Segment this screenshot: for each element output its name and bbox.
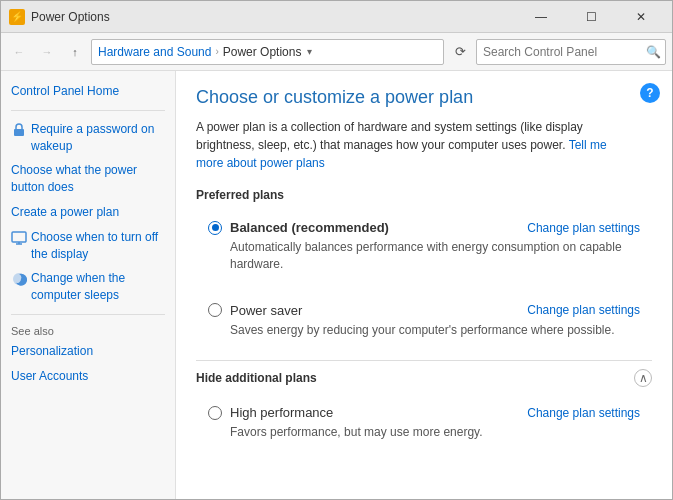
sidebar-control-panel-home[interactable]: Control Panel Home [11,83,165,100]
content-area: ? Choose or customize a power plan A pow… [176,71,672,499]
plan-high-performance-header: High performance Change plan settings [208,405,640,420]
titlebar: ⚡ Power Options — ☐ ✕ [1,1,672,33]
sidebar-links: Require a password on wakeup Choose what… [11,121,165,304]
forward-button[interactable]: → [35,40,59,64]
sidebar-sleep-icon [11,271,27,287]
preferred-label: Preferred plans [196,188,652,202]
collapse-icon: ∧ [634,369,652,387]
main-area: Control Panel Home Require a password on… [1,71,672,499]
hide-additional-plans-header[interactable]: Hide additional plans ∧ [196,369,652,387]
plan-balanced-settings-link[interactable]: Change plan settings [527,221,640,235]
window-title: Power Options [31,10,518,24]
maximize-button[interactable]: ☐ [568,1,614,33]
sidebar-see-also: See also Personalization User Accounts [11,325,165,385]
svg-rect-0 [14,129,24,136]
breadcrumb-separator: › [215,46,218,57]
sidebar-link-user-accounts[interactable]: User Accounts [11,368,165,385]
radio-dot [212,224,219,231]
plans-separator [196,360,652,361]
plan-balanced-radio[interactable] [208,221,222,235]
breadcrumb: Hardware and Sound › Power Options ▾ [91,39,444,65]
plan-power-saver-desc: Saves energy by reducing your computer's… [230,322,640,339]
help-button[interactable]: ? [640,83,660,103]
plan-high-performance-name: High performance [230,405,333,420]
plan-power-saver-settings-link[interactable]: Change plan settings [527,303,640,317]
up-button[interactable]: ↑ [63,40,87,64]
plan-power-saver-name: Power saver [230,303,302,318]
window: ⚡ Power Options — ☐ ✕ ← → ↑ Hardware and… [0,0,673,500]
svg-rect-1 [12,232,26,242]
window-icon: ⚡ [9,9,25,25]
sidebar-item-display: Choose when to turn off the display [11,229,165,263]
plan-balanced-desc: Automatically balances performance with … [230,239,640,273]
plan-power-saver: Power saver Change plan settings Saves e… [196,295,652,347]
plan-high-performance-radio[interactable] [208,406,222,420]
plan-balanced: Balanced (recommended) Change plan setti… [196,212,652,281]
sidebar-link-turn-off-display[interactable]: Choose when to turn off the display [31,229,165,263]
refresh-button[interactable]: ⟳ [448,40,472,64]
sidebar-link-create-plan[interactable]: Create a power plan [11,204,165,221]
hide-plans-label: Hide additional plans [196,371,317,385]
page-title: Choose or customize a power plan [196,87,652,108]
plan-balanced-label-row: Balanced (recommended) [208,220,389,235]
sidebar-item-password: Require a password on wakeup [11,121,165,155]
close-button[interactable]: ✕ [618,1,664,33]
plan-high-performance-desc: Favors performance, but may use more ene… [230,424,640,441]
intro-text: A power plan is a collection of hardware… [196,118,626,172]
sidebar-link-personalization[interactable]: Personalization [11,343,165,360]
sidebar-password-icon [11,122,27,138]
breadcrumb-dropdown[interactable]: ▾ [307,46,312,57]
plan-high-performance-label-row: High performance [208,405,333,420]
sidebar-home-section: Control Panel Home [11,83,165,100]
breadcrumb-current: Power Options [223,45,302,59]
search-input[interactable] [477,45,641,59]
sidebar-display-icon [11,230,27,246]
preferred-plans-section: Preferred plans Balanced (recommended) C… [196,188,652,346]
see-also-label: See also [11,325,165,337]
breadcrumb-hardware-sound[interactable]: Hardware and Sound [98,45,211,59]
plan-power-saver-label-row: Power saver [208,303,302,318]
sidebar-item-sleep: Change when the computer sleeps [11,270,165,304]
plan-balanced-name: Balanced (recommended) [230,220,389,235]
plan-high-performance-settings-link[interactable]: Change plan settings [527,406,640,420]
sidebar-link-sleep[interactable]: Change when the computer sleeps [31,270,165,304]
search-icon[interactable]: 🔍 [641,40,665,64]
addressbar: ← → ↑ Hardware and Sound › Power Options… [1,33,672,71]
plan-high-performance: High performance Change plan settings Fa… [196,397,652,449]
minimize-button[interactable]: — [518,1,564,33]
titlebar-controls: — ☐ ✕ [518,1,664,33]
back-button[interactable]: ← [7,40,31,64]
sidebar: Control Panel Home Require a password on… [1,71,176,499]
plan-power-saver-radio[interactable] [208,303,222,317]
plan-balanced-header: Balanced (recommended) Change plan setti… [208,220,640,235]
plan-power-saver-header: Power saver Change plan settings [208,303,640,318]
search-box: 🔍 [476,39,666,65]
sidebar-link-password-wakeup[interactable]: Require a password on wakeup [31,121,165,155]
sidebar-link-power-button[interactable]: Choose what the power button does [11,162,165,196]
